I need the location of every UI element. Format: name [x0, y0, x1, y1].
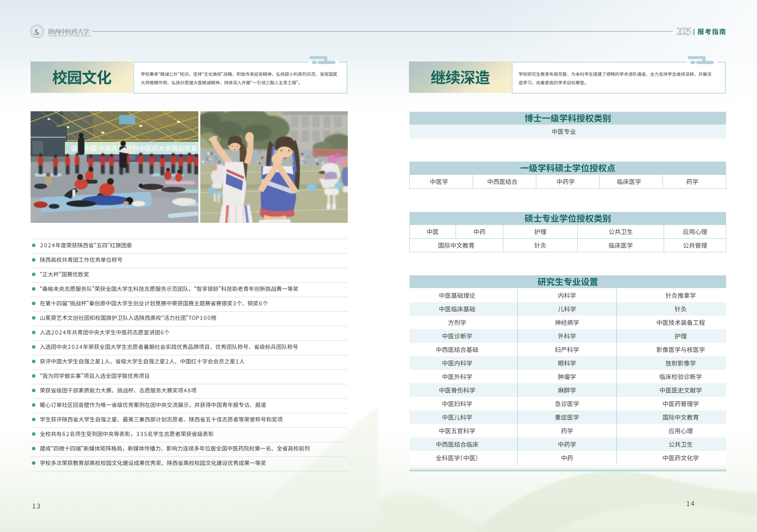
- svg-text:SHAANXI UNIVERSITY OF CHINESE: SHAANXI UNIVERSITY OF CHINESE MEDICINE: [49, 35, 91, 37]
